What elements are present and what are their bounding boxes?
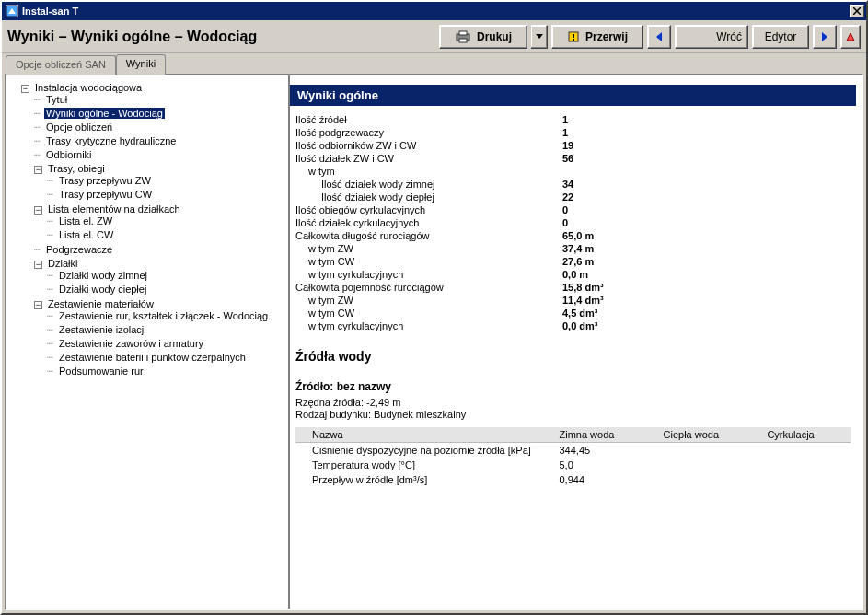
- tree-toggle[interactable]: −: [21, 85, 29, 93]
- svg-rect-3: [459, 39, 467, 42]
- table-row: Przepływ w źródle [dm³/s]0,944: [295, 472, 851, 487]
- table-header-nazwa: Nazwa: [295, 427, 553, 443]
- stop-icon: [567, 30, 580, 43]
- table-cell: Przepływ w źródle [dm³/s]: [295, 472, 553, 487]
- kv-value: 4,5 dm³: [562, 308, 598, 319]
- return-button[interactable]: Wróć: [675, 25, 748, 49]
- table-header-ciepla: Ciepła woda: [658, 427, 762, 443]
- tree-item-wyniki-ogolne[interactable]: Wyniki ogólne - Wodociąg: [44, 108, 165, 119]
- chevron-down-icon: [536, 34, 543, 39]
- kv-row: Ilość działek wody zimnej34: [290, 178, 856, 191]
- kv-key: Ilość działek wody zimnej: [295, 179, 562, 190]
- tab-wyniki[interactable]: Wyniki: [116, 54, 166, 75]
- kv-value: 15,8 dm³: [562, 282, 604, 293]
- kv-value: 27,6 m: [562, 256, 594, 267]
- kv-key: Ilość działek ZW i CW: [295, 153, 562, 164]
- kv-key: w tym cyrkulacyjnych: [295, 320, 562, 331]
- tree-item-trasy-krytyczne[interactable]: Trasy krytyczne hydrauliczne: [44, 135, 178, 146]
- tree-item-dzialki-zimnej[interactable]: Działki wody zimnej: [57, 270, 149, 281]
- tree-item-tytul[interactable]: Tytuł: [44, 94, 69, 105]
- tree-toggle[interactable]: −: [34, 166, 42, 174]
- kv-key: Ilość działek wody ciepłej: [295, 191, 562, 203]
- tree-toggle[interactable]: −: [34, 261, 42, 269]
- table-cell: [761, 458, 851, 472]
- kv-row: Ilość działek ZW i CW56: [290, 152, 856, 165]
- kv-value: 65,0 m: [562, 230, 594, 241]
- tree-toggle[interactable]: −: [34, 301, 42, 309]
- arrow-left-icon: [654, 32, 664, 41]
- kv-key: w tym ZW: [295, 295, 562, 306]
- kv-value: 0: [562, 217, 568, 228]
- aux-button[interactable]: [840, 25, 861, 49]
- tree-item-zest-izolacji[interactable]: Zestawienie izolacji: [57, 324, 148, 335]
- tree-item-trasy-cw[interactable]: Trasy przepływu CW: [57, 189, 154, 200]
- editor-button-label: Edytor: [765, 30, 797, 43]
- kv-value: 0,0 dm³: [562, 320, 598, 331]
- tree-item-root[interactable]: Instalacja wodociągowa: [33, 82, 144, 93]
- tree-view[interactable]: −Instalacja wodociągowa ┈Tytuł ┈Wyniki o…: [6, 75, 290, 609]
- table-header-cyrkulacja: Cyrkulacja: [761, 427, 851, 443]
- table-cell: Temperatura wody [°C]: [295, 458, 553, 472]
- tree-item-odbiorniki[interactable]: Odbiorniki: [44, 149, 94, 160]
- printer-icon: [455, 30, 471, 43]
- kv-row: Ilość odbiorników ZW i CW19: [290, 139, 856, 152]
- table-cell: 5,0: [553, 458, 657, 472]
- kv-value: 0,0 m: [562, 269, 588, 280]
- tree-item-lista-elementow[interactable]: Lista elementów na działkach: [46, 203, 182, 215]
- kv-value: 1: [562, 127, 568, 138]
- tree-item-lista-zw[interactable]: Lista el. ZW: [57, 215, 114, 226]
- print-dropdown-button[interactable]: [531, 25, 548, 49]
- section-title: Wyniki ogólne: [290, 85, 856, 106]
- kv-row: Ilość obiegów cyrkulacyjnych0: [290, 203, 856, 216]
- return-button-label: Wróć: [716, 30, 742, 43]
- kv-row: w tym cyrkulacyjnych0,0 dm³: [290, 319, 856, 332]
- kv-key: w tym CW: [295, 308, 562, 319]
- kv-row: w tym: [290, 165, 856, 178]
- section-zrodla: Źródła wody: [295, 349, 856, 364]
- tree-item-lista-cw[interactable]: Lista el. CW: [57, 229, 115, 240]
- kv-key: Ilość źródeł: [295, 114, 562, 125]
- tree-item-podgrzewacze[interactable]: Podgrzewacze: [44, 244, 114, 255]
- tree-item-dzialki-cieplej[interactable]: Działki wody ciepłej: [57, 284, 148, 295]
- kv-row: Ilość źródeł1: [290, 113, 856, 126]
- kv-key: w tym: [295, 166, 562, 177]
- tree-item-podsumowanie-rur[interactable]: Podsumowanie rur: [57, 366, 145, 377]
- table-cell: [658, 443, 762, 458]
- triangle-icon: [845, 31, 856, 42]
- kv-row: Ilość działek wody ciepłej22: [290, 191, 856, 203]
- kv-key: Ilość działek cyrkulacyjnych: [295, 217, 562, 228]
- tree-item-zest-baterii[interactable]: Zestawienie baterii i punktów czerpalnyc…: [57, 352, 248, 363]
- print-button[interactable]: Drukuj: [439, 25, 527, 49]
- tree-toggle[interactable]: −: [34, 206, 42, 215]
- tree-item-zest-zaworow[interactable]: Zestawienie zaworów i armatury: [57, 338, 205, 349]
- kv-key: Ilość obiegów cyrkulacyjnych: [295, 204, 562, 215]
- kv-key: w tym cyrkulacyjnych: [295, 269, 562, 280]
- stop-button[interactable]: Przerwij: [551, 25, 643, 49]
- svg-rect-5: [573, 34, 574, 38]
- kv-value: 1: [562, 114, 568, 125]
- editor-button[interactable]: Edytor: [752, 25, 809, 49]
- tree-item-trasy-zw[interactable]: Trasy przepływu ZW: [57, 175, 153, 186]
- close-button[interactable]: [850, 5, 864, 17]
- tree-item-dzialki[interactable]: Działki: [46, 258, 79, 269]
- svg-rect-6: [573, 39, 574, 41]
- tree-item-trasy-obiegi[interactable]: Trasy, obiegi: [46, 163, 107, 174]
- source-building-type: Rodzaj budynku: Budynek mieszkalny: [295, 409, 856, 420]
- table-cell: [658, 458, 762, 472]
- kv-key: Całkowita pojemność rurociągów: [295, 282, 562, 293]
- kv-value: 34: [562, 179, 573, 190]
- breadcrumb: Wyniki – Wyniki ogólne – Wodociąg: [7, 29, 435, 45]
- nav-forward-button[interactable]: [813, 25, 837, 49]
- table-row: Temperatura wody [°C]5,0: [295, 458, 851, 472]
- kv-row: Ilość działek cyrkulacyjnych0: [290, 216, 856, 229]
- kv-row: w tym ZW11,4 dm³: [290, 294, 856, 307]
- nav-back-button[interactable]: [647, 25, 671, 49]
- tab-opcje-san[interactable]: Opcje obliczeń SAN: [6, 55, 116, 75]
- stop-button-label: Przerwij: [585, 30, 628, 43]
- tree-item-zestawienie[interactable]: Zestawienie materiałów: [46, 298, 156, 309]
- content-pane: Wyniki ogólne Ilość źródeł1Ilość podgrze…: [290, 75, 862, 609]
- tree-item-zest-rur[interactable]: Zestawienie rur, kształtek i złączek - W…: [57, 310, 270, 321]
- kv-row: w tym CW4,5 dm³: [290, 307, 856, 319]
- kv-value: 0: [562, 204, 568, 215]
- tree-item-opcje-obliczen[interactable]: Opcje obliczeń: [44, 122, 114, 133]
